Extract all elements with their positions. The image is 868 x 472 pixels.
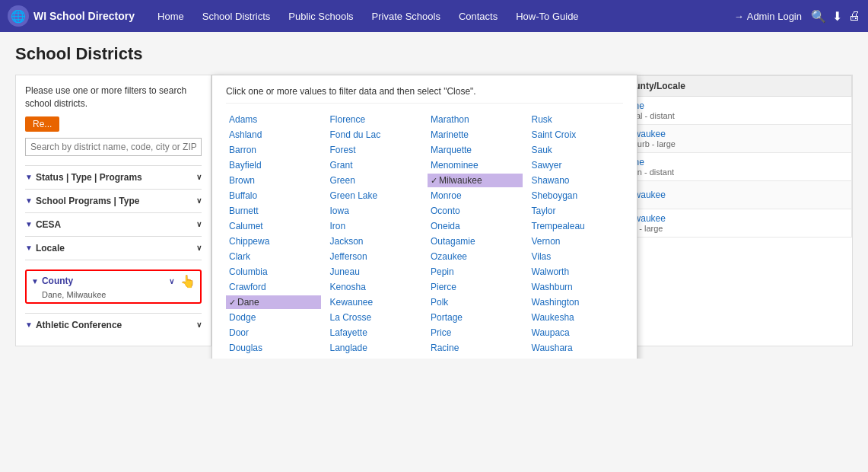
- county-item[interactable]: Milwaukee: [428, 174, 523, 187]
- chevron-icon-2: ∨: [196, 196, 202, 205]
- county-item[interactable]: Waushara: [529, 341, 624, 355]
- county-item[interactable]: Shawano: [529, 174, 624, 187]
- county-item[interactable]: Taylor: [529, 204, 624, 218]
- county-item[interactable]: Oconto: [428, 204, 523, 218]
- county-item[interactable]: Buffalo: [226, 189, 321, 203]
- county-item[interactable]: Washburn: [529, 280, 624, 294]
- filter-cesa-header[interactable]: ▼ CESA ∨: [25, 219, 202, 230]
- county-item[interactable]: Green: [327, 174, 422, 187]
- locale-value: Suburb - large: [622, 139, 845, 148]
- county-item[interactable]: Bayfield: [226, 158, 321, 172]
- county-item[interactable]: Clark: [226, 250, 321, 263]
- county-item[interactable]: Walworth: [529, 265, 624, 279]
- county-item[interactable]: Calumet: [226, 219, 321, 233]
- county-item[interactable]: Florence: [327, 113, 422, 126]
- county-item[interactable]: Lincoln: [327, 356, 422, 359]
- county-item[interactable]: Ashland: [226, 128, 321, 142]
- county-item[interactable]: Portage: [428, 311, 523, 324]
- filter-athletic-conference: ▼ Athletic Conference ∨: [25, 313, 202, 336]
- filter-school-programs-header[interactable]: ▼ School Programs | Type ∨: [25, 196, 202, 206]
- filter-status-header[interactable]: ▼ Status | Type | Programs ∨: [25, 172, 202, 183]
- county-item[interactable]: Forest: [327, 143, 422, 157]
- county-item[interactable]: Price: [428, 326, 523, 340]
- county-item[interactable]: Green Lake: [327, 189, 422, 203]
- reset-button[interactable]: Re...: [25, 116, 59, 132]
- county-item[interactable]: Door: [226, 326, 321, 340]
- county-item[interactable]: Menominee: [428, 158, 523, 172]
- county-item[interactable]: Saint Croix: [529, 128, 624, 142]
- county-item[interactable]: Chippewa: [226, 234, 321, 248]
- county-item[interactable]: Vilas: [529, 250, 624, 263]
- county-item[interactable]: Kenosha: [327, 280, 422, 294]
- county-item[interactable]: Juneau: [327, 265, 422, 279]
- county-item[interactable]: Langlade: [327, 341, 422, 355]
- county-item[interactable]: Ozaukee: [428, 250, 523, 263]
- triangle-icon-3: ▼: [25, 220, 33, 228]
- nav-home[interactable]: Home: [150, 6, 192, 27]
- county-item[interactable]: Grant: [327, 158, 422, 172]
- county-item[interactable]: Douglas: [226, 341, 321, 355]
- nav-school-districts[interactable]: School Districts: [195, 6, 278, 27]
- nav-public-schools[interactable]: Public Schools: [281, 6, 361, 27]
- county-item[interactable]: Washington: [529, 295, 624, 309]
- county-item[interactable]: Dodge: [226, 311, 321, 324]
- county-item[interactable]: Columbia: [226, 265, 321, 279]
- county-item[interactable]: Sheboygan: [529, 189, 624, 203]
- nav-contacts[interactable]: Contacts: [451, 6, 505, 27]
- county-item[interactable]: Barron: [226, 143, 321, 157]
- county-item[interactable]: Polk: [428, 295, 523, 309]
- triangle-icon-2: ▼: [25, 196, 33, 205]
- filter-athletic-header[interactable]: ▼ Athletic Conference ∨: [25, 320, 202, 330]
- county-item[interactable]: La Crosse: [327, 311, 422, 324]
- county-item[interactable]: Kewaunee: [327, 295, 422, 309]
- county-filter-header[interactable]: ▼ County ∨ 👆: [31, 274, 196, 289]
- chevron-icon: ∨: [196, 173, 202, 181]
- main-container: School Districts Please use one or more …: [0, 32, 868, 359]
- county-item[interactable]: Richland: [428, 356, 523, 359]
- county-item[interactable]: Sawyer: [529, 158, 624, 172]
- search-icon[interactable]: 🔍: [811, 9, 826, 24]
- county-label: County: [42, 276, 73, 286]
- county-item[interactable]: Fond du Lac: [327, 128, 422, 142]
- filter-status-label: Status | Type | Programs: [36, 172, 142, 183]
- locale-value: Town - distant: [622, 167, 845, 177]
- county-item[interactable]: Outagamie: [428, 234, 523, 248]
- county-item[interactable]: Waukesha: [529, 311, 624, 324]
- county-item[interactable]: Marinette: [428, 128, 523, 142]
- county-item[interactable]: Rusk: [529, 113, 624, 126]
- locale-value: City - large: [622, 224, 845, 233]
- county-item[interactable]: Brown: [226, 174, 321, 187]
- county-item[interactable]: Jefferson: [327, 250, 422, 263]
- county-item[interactable]: Oneida: [428, 219, 523, 233]
- county-item[interactable]: Pierce: [428, 280, 523, 294]
- county-item[interactable]: Burnett: [226, 204, 321, 218]
- nav-private-schools[interactable]: Private Schools: [364, 6, 448, 27]
- nav-how-to-guide[interactable]: How-To Guide: [508, 6, 586, 27]
- county-item[interactable]: Dane: [226, 295, 321, 309]
- search-input[interactable]: [25, 138, 202, 156]
- county-item[interactable]: Dunn: [226, 356, 321, 359]
- county-item[interactable]: Winnebago: [529, 356, 624, 359]
- county-item[interactable]: Waupaca: [529, 326, 624, 340]
- county-item[interactable]: Sauk: [529, 143, 624, 157]
- county-item[interactable]: Crawford: [226, 280, 321, 294]
- county-item[interactable]: Marquette: [428, 143, 523, 157]
- county-item[interactable]: Iron: [327, 219, 422, 233]
- county-item[interactable]: Monroe: [428, 189, 523, 203]
- county-selected-value: Dane, Milwaukee: [31, 290, 196, 299]
- county-item[interactable]: Racine: [428, 341, 523, 355]
- cell-county-locale: Dane Town - distant: [616, 153, 852, 181]
- county-item[interactable]: Pepin: [428, 265, 523, 279]
- download-icon[interactable]: ⬇: [832, 9, 842, 24]
- filter-locale-header[interactable]: ▼ Locale ∨: [25, 243, 202, 254]
- county-item[interactable]: Adams: [226, 113, 321, 126]
- county-item[interactable]: Trempealeau: [529, 219, 624, 233]
- print-icon[interactable]: 🖨: [848, 9, 860, 23]
- admin-login-link[interactable]: → Admin Login: [734, 11, 802, 22]
- county-item[interactable]: Vernon: [529, 234, 624, 248]
- county-item[interactable]: Jackson: [327, 234, 422, 248]
- county-item[interactable]: Marathon: [428, 113, 523, 126]
- county-item[interactable]: Iowa: [327, 204, 422, 218]
- logo: 🌐 WI School Directory: [8, 5, 135, 27]
- county-item[interactable]: Lafayette: [327, 326, 422, 340]
